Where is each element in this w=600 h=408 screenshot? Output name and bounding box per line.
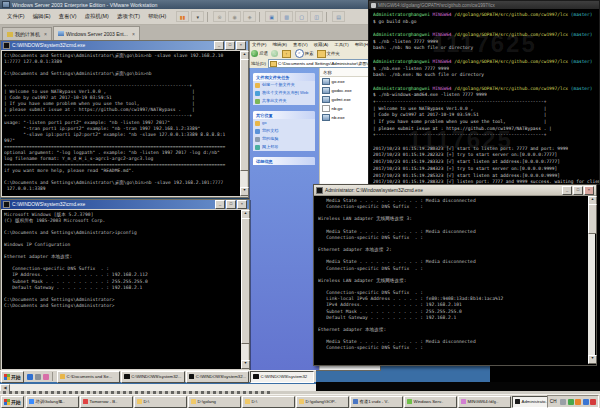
explorer-menu-0[interactable]: 文件(F) <box>249 41 269 48</box>
place-go[interactable]: go <box>253 119 315 127</box>
minimize-button[interactable]: _ <box>562 186 572 195</box>
task-pane-section-header[interactable]: 其它位置 <box>253 111 315 119</box>
terminal-line: "-slave ip1:port1 ip2:port2" example: "n… <box>4 132 240 138</box>
revert-snapshot-button[interactable]: ◈ <box>243 11 256 22</box>
tray-icon-0[interactable] <box>560 399 566 405</box>
host-task-button-1[interactable]: Tomorrow - B.. <box>80 396 133 408</box>
tray-icon-4[interactable] <box>590 399 596 405</box>
place-my-computer[interactable]: 我的电脑 <box>253 135 315 143</box>
vmware-menu-1[interactable]: 编辑(E) <box>29 11 55 22</box>
host-cmd-titlebar[interactable]: Administrator: C:\Windows\system32\cmd.e… <box>314 185 596 196</box>
host-task-button-8[interactable]: MINGW64:/d/g.. <box>458 396 511 408</box>
suspend-button[interactable]: ▮▮ <box>176 11 189 22</box>
folders-button[interactable]: 文件夹 <box>317 50 340 58</box>
tab-close-icon[interactable]: × <box>132 31 135 37</box>
tab-close-icon[interactable]: × <box>44 31 47 37</box>
close-button[interactable]: × <box>237 200 247 209</box>
publish-folder-task[interactable]: 将这个文件夹发布到 Web <box>253 89 315 97</box>
tray-icon-3[interactable] <box>583 399 589 405</box>
host-task-button-2[interactable]: D:\ <box>134 396 187 408</box>
vm-task-button-0[interactable]: C:\Documents and Se... <box>57 371 121 383</box>
windows-flag-icon <box>4 399 10 405</box>
address-field[interactable]: C:\Documents and Settings\Administrator\… <box>268 59 382 68</box>
scroll-down-icon[interactable]: ▼ <box>240 187 249 196</box>
task-pane-section-header[interactable]: 详细信息 <box>253 157 315 165</box>
up-button[interactable]: ↑ <box>282 50 292 58</box>
close-button[interactable]: × <box>584 186 594 195</box>
app-icon <box>189 374 195 380</box>
host-task-button-6[interactable]: 有道1.vsdx - V.. <box>350 396 403 408</box>
ctrl-alt-del-button[interactable]: ⊗ <box>213 11 226 22</box>
task-label: 共享此文件夹 <box>262 99 287 104</box>
host-task-button-4[interactable]: D:\ <box>242 396 295 408</box>
minimize-button[interactable]: _ <box>214 41 224 50</box>
explorer-menu-3[interactable]: 收藏(A) <box>311 41 332 48</box>
vmware-toolbar: ▮▮▾⊗◉◈▣▥▢◫▤ <box>174 11 345 22</box>
place-network[interactable]: 网上邻居 <box>253 143 315 151</box>
explorer-menu-2[interactable]: 查看(V) <box>290 41 311 48</box>
vmware-tab-1[interactable]: Windows Server 2003 Ent...× <box>53 26 140 40</box>
folders-icon <box>317 50 326 58</box>
gitbash-output: Administrator@hangwei MINGW64 /d/golang/… <box>371 10 599 184</box>
quick-launch-icon-0[interactable] <box>27 374 33 380</box>
vm-start-button[interactable]: 开始 <box>1 371 24 383</box>
explorer-menu-1[interactable]: 编辑(E) <box>269 41 290 48</box>
maximize-button[interactable]: □ <box>226 200 236 209</box>
vm-task-button-2[interactable]: C:\WINDOWS\system32... <box>186 371 250 383</box>
cmd1-titlebar[interactable]: C:\WINDOWS\system32\cmd.exe _ □ × <box>1 41 248 50</box>
vmware-menu-4[interactable]: 选项卡(T) <box>113 11 144 22</box>
host-task-button-5[interactable]: D:\golang\GOP.. <box>296 396 349 408</box>
vmware-menu-0[interactable]: 文件(F) <box>3 11 29 22</box>
vmware-tab-0[interactable]: 我的计算机× <box>2 27 52 40</box>
vmware-menu-3[interactable]: 虚拟机(M) <box>81 11 113 22</box>
task-pane-section-header[interactable]: 文件和文件夹任务 <box>253 73 315 81</box>
search-button[interactable]: ⌕ 搜索 <box>295 49 314 58</box>
exe-file-icon <box>322 78 330 86</box>
host-task-button-9[interactable]: Administrato.. <box>512 396 547 408</box>
fullscreen-button[interactable]: ▢ <box>295 11 308 22</box>
vm-task-button-3[interactable]: C:\WINDOWS\system32 <box>250 371 314 383</box>
back-button[interactable]: ← 后退 <box>251 50 268 57</box>
place-my-computer-icon <box>255 137 260 142</box>
tray-icon-1[interactable] <box>568 399 574 405</box>
cmd1-scrollbar[interactable]: ▲ ▼ <box>240 51 247 196</box>
minimize-button[interactable]: _ <box>215 200 225 209</box>
tray-icon-2[interactable] <box>575 399 581 405</box>
snapshot-button[interactable]: ◉ <box>228 11 241 22</box>
host-task-button-7[interactable]: Windows Serv.. <box>404 396 457 408</box>
cmd2-scrollbar[interactable]: ▲ ▼ <box>241 210 248 369</box>
quick-launch-icon-2[interactable] <box>43 374 49 380</box>
language-indicator[interactable]: CH <box>550 399 557 404</box>
cmd-window-2: C:\WINDOWS\system32\cmd.exe _ □ × Micros… <box>0 199 250 371</box>
place-my-documents[interactable]: 我的文档 <box>253 127 315 135</box>
maximize-button[interactable]: □ <box>225 41 235 50</box>
close-button[interactable]: × <box>236 41 246 50</box>
vmware-menu-2[interactable]: 查看(V) <box>55 11 81 22</box>
vmware-hscrollbar[interactable]: ◀ <box>0 384 316 391</box>
explorer-menu-4[interactable]: 工具(T) <box>331 41 351 48</box>
host-task-button-0[interactable]: 培训Golang视.. <box>26 396 79 408</box>
gitbash-titlebar[interactable]: MINGW64:/d/golang/GOPATH/src/github.com/… <box>369 1 599 9</box>
show-console-button[interactable]: ▣ <box>265 11 278 22</box>
task-pane-section: 文件和文件夹任务创建一个新文件夹将这个文件夹发布到 Web共享此文件夹 <box>253 73 315 105</box>
host-task-buttons: 培训Golang视..Tomorrow - B..D:\D:\golangD:\… <box>26 396 547 408</box>
file-name: go.exe <box>332 79 345 84</box>
scroll-down-icon[interactable]: ▼ <box>241 360 250 369</box>
library-button[interactable]: ▤ <box>332 11 345 22</box>
vmware-menu-5[interactable]: 帮助(H) <box>144 11 170 22</box>
suspend-caret[interactable]: ▾ <box>191 11 204 22</box>
share-folder-task[interactable]: 共享此文件夹 <box>253 97 315 105</box>
quick-launch-icon-1[interactable] <box>35 374 41 380</box>
forward-button[interactable]: → <box>271 50 279 57</box>
maximize-button[interactable]: □ <box>573 186 583 195</box>
show-thumbnails-button[interactable]: ▥ <box>280 11 293 22</box>
host-task-button-3[interactable]: D:\golang <box>188 396 241 408</box>
vm-task-button-1[interactable]: C:\WINDOWS\system32... <box>121 371 185 383</box>
app-icon <box>253 374 259 380</box>
scroll-down-icon[interactable]: ▼ <box>588 355 597 364</box>
host-start-button[interactable]: 开始 <box>1 396 24 408</box>
unity-button[interactable]: ◫ <box>310 11 323 22</box>
host-cmd-scrollbar[interactable]: ▲ ▼ <box>588 196 595 364</box>
new-folder-task[interactable]: 创建一个新文件夹 <box>253 81 315 89</box>
cmd2-titlebar[interactable]: C:\WINDOWS\system32\cmd.exe _ □ × <box>1 200 249 209</box>
